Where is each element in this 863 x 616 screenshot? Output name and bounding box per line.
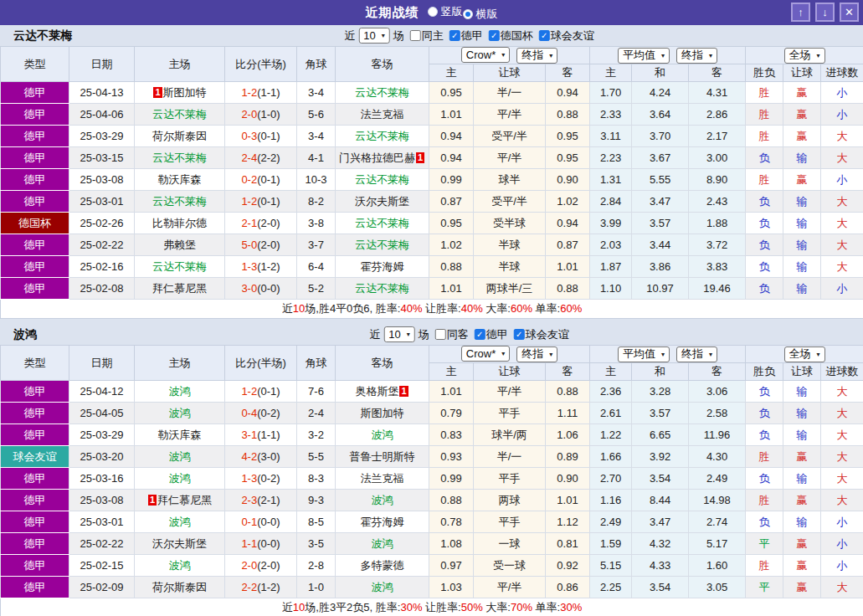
average-value-select[interactable]: 平均值▾ xyxy=(618,346,670,362)
col-header-home-odds: 主 xyxy=(429,363,474,381)
filter-checkbox-item[interactable]: ✓德甲 xyxy=(475,327,508,342)
corner-cell: 3-2 xyxy=(297,424,336,446)
bookmaker-select[interactable]: Crow*▾ xyxy=(461,346,510,362)
layout-radio-selected[interactable]: 横版 xyxy=(463,7,498,22)
handicap-home-odds-cell: 0.78 xyxy=(429,511,474,533)
col-header-result-goals: 进球数 xyxy=(821,363,863,381)
result-handicap-cell: 输 xyxy=(783,468,821,490)
away-team-cell: 斯图加特 xyxy=(336,403,429,424)
handicap-home-odds-cell: 0.99 xyxy=(429,468,474,490)
avg-home-cell: 1.10 xyxy=(590,278,632,300)
score-cell: 1-1(0-0) xyxy=(225,533,297,555)
full-match-select[interactable]: 全场▾ xyxy=(784,48,825,64)
checkbox-checked-icon[interactable]: ✓ xyxy=(449,30,460,41)
home-team-cell: 比勒菲尔德 xyxy=(135,213,225,234)
away-team-name: 云达不莱梅 xyxy=(355,130,409,142)
full-match-select[interactable]: 全场▾ xyxy=(784,346,825,362)
result-handicap-cell: 赢 xyxy=(783,577,821,598)
final-index-select[interactable]: 终指▾ xyxy=(516,48,557,64)
avg-draw-cell: 3.70 xyxy=(632,126,689,147)
result-handicap-cell: 输 xyxy=(783,256,821,278)
checkbox-label: 德甲 xyxy=(486,327,508,342)
halftime-score: (1-0) xyxy=(257,108,280,121)
average-value-select[interactable]: 平均值▾ xyxy=(618,48,670,64)
final-index-select[interactable]: 终指▾ xyxy=(516,346,557,362)
avg-home-cell: 3.99 xyxy=(590,213,632,234)
team-name: 云达不莱梅 xyxy=(13,28,72,44)
col-header-home: 主场 xyxy=(135,47,225,82)
away-team-name: 波鸿 xyxy=(372,537,393,550)
result-outcome-cell: 负 xyxy=(746,147,783,169)
checkbox-checked-icon[interactable]: ✓ xyxy=(489,30,500,41)
home-team-name: 波鸿 xyxy=(169,516,191,528)
handicap-line-cell: 平/半 xyxy=(474,381,546,403)
avg-away-cell: 11.96 xyxy=(689,424,746,446)
checkbox-unchecked-icon[interactable] xyxy=(410,30,421,41)
filter-checkbox-item[interactable]: 同主 xyxy=(410,28,444,44)
games-count-select[interactable]: 10▾ xyxy=(383,326,414,342)
filter-checkbox-item[interactable]: ✓球会友谊 xyxy=(539,28,594,44)
chevron-down-icon: ▾ xyxy=(549,351,552,358)
home-team-name: 勒沃库森 xyxy=(158,173,202,186)
summary-value: 40% xyxy=(461,302,483,315)
corner-cell: 8-5 xyxy=(297,511,336,533)
halftime-score: (0-1) xyxy=(257,385,280,398)
filter-checkbox-item[interactable]: ✓德甲 xyxy=(449,28,483,44)
checkbox-checked-icon[interactable]: ✓ xyxy=(475,329,485,340)
titlebar-buttons: ↑↓✕ xyxy=(791,3,859,22)
result-outcome-cell: 胜 xyxy=(746,555,783,577)
checkbox-checked-icon[interactable]: ✓ xyxy=(539,30,550,41)
league-cell: 德甲 xyxy=(1,191,69,213)
corner-cell: 1-0 xyxy=(297,577,336,598)
avg-away-cell: 2.74 xyxy=(689,511,746,533)
checkbox-checked-icon[interactable]: ✓ xyxy=(514,329,525,340)
match-row: 德甲25-04-131斯图加特1-2(1-1)3-4云达不莱梅0.95半/一0.… xyxy=(1,82,863,104)
final-index-select[interactable]: 终指▾ xyxy=(676,346,717,362)
final-index-select[interactable]: 终指▾ xyxy=(676,48,717,64)
away-team-cell: 云达不莱梅 xyxy=(336,169,429,191)
summary-text: 单率: xyxy=(532,601,560,613)
games-unit-label: 场 xyxy=(393,28,404,44)
score-cell: 2-1(2-0) xyxy=(225,213,297,234)
red-card-badge: 1 xyxy=(416,152,424,163)
home-team-cell: 波鸿 xyxy=(135,446,225,468)
radio-label: 横版 xyxy=(476,7,498,22)
result-goals-cell: 大 xyxy=(821,256,863,278)
handicap-away-odds-cell: 1.11 xyxy=(546,403,590,424)
result-handicap-cell: 赢 xyxy=(783,82,821,104)
close-button[interactable]: ✕ xyxy=(840,3,859,22)
filter-checkbox-item[interactable]: ✓球会友谊 xyxy=(514,327,569,342)
filter-checkbox-item[interactable]: 同客 xyxy=(435,327,469,342)
col-header-handicap-line: 让球 xyxy=(474,363,546,381)
col-header-avg-home: 主 xyxy=(590,363,632,381)
result-outcome-cell: 负 xyxy=(746,278,783,300)
handicap-line-cell: 平手 xyxy=(474,468,546,490)
match-row: 德甲25-02-22沃尔夫斯堡1-1(0-0)3-5波鸿1.08一球0.811.… xyxy=(1,533,863,555)
layout-radio-option[interactable]: 竖版 xyxy=(428,4,463,19)
halftime-score: (0-2) xyxy=(257,472,280,485)
date-cell: 25-02-16 xyxy=(69,256,135,278)
games-count-select[interactable]: 10▾ xyxy=(358,28,389,44)
chevron-down-icon: ▾ xyxy=(382,32,385,39)
away-team-cell: 波鸿 xyxy=(336,424,429,446)
move-up-button[interactable]: ↑ xyxy=(791,3,810,22)
bookmaker-select[interactable]: Crow*▾ xyxy=(461,47,510,63)
halftime-score: (0-2) xyxy=(257,407,280,419)
move-down-button[interactable]: ↓ xyxy=(815,3,835,22)
checkbox-unchecked-icon[interactable] xyxy=(435,329,446,340)
col-header-away: 客场 xyxy=(336,47,429,82)
filter-checkbox-item[interactable]: ✓德国杯 xyxy=(489,28,533,44)
score-cell: 0-2(0-1) xyxy=(225,169,297,191)
date-cell: 25-04-06 xyxy=(69,104,135,126)
corner-cell: 5-5 xyxy=(297,446,336,468)
result-handicap-cell: 输 xyxy=(783,213,821,234)
avg-away-cell: 2.17 xyxy=(689,126,746,147)
handicap-line-cell: 受半球 xyxy=(474,213,546,234)
handicap-away-odds-cell: 0.94 xyxy=(546,213,590,234)
avg-home-cell: 1.66 xyxy=(590,446,632,468)
odds-group-header-3: 全场▾ xyxy=(746,346,863,363)
chevron-down-icon: ▾ xyxy=(501,51,505,59)
league-filter-checkboxes: 同客✓德甲✓球会友谊 xyxy=(429,327,569,342)
page-title: 近期战绩 xyxy=(366,5,419,21)
date-cell: 25-02-09 xyxy=(69,577,135,598)
